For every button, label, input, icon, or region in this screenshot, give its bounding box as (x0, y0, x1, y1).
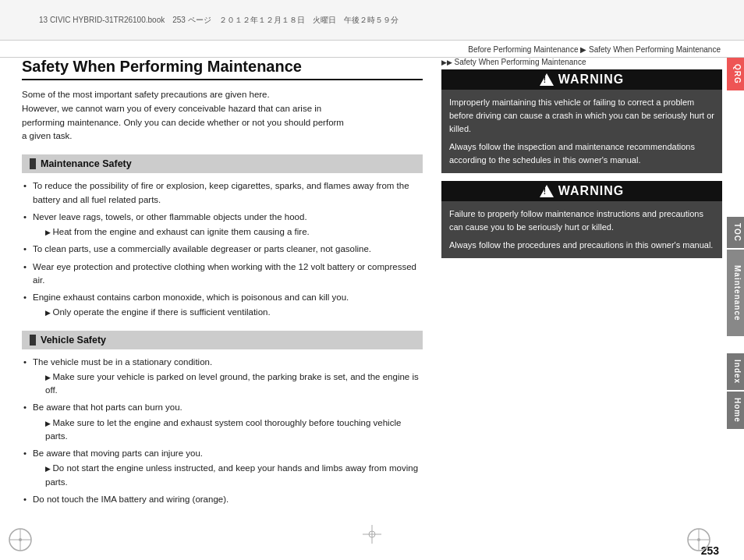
sub-item: Make sure to let the engine and exhaust … (33, 416, 423, 444)
tab-home[interactable]: Home (727, 392, 744, 429)
right-qrg-label: Safety When Performing Maintenance (441, 58, 722, 66)
vehicle-safety-list: The vehicle must be in a stationary cond… (22, 356, 423, 507)
svg-point-12 (19, 538, 22, 541)
side-tabs: QRG TOC Maintenance Index Home (727, 58, 744, 431)
warning-triangle-icon-2 (540, 185, 554, 197)
sub-item: Only operate the engine if there is suff… (33, 306, 423, 319)
warning-header-2: WARNING (441, 181, 722, 201)
corner-bl (6, 526, 34, 554)
tab-qrg[interactable]: QRG (727, 58, 744, 90)
list-item: Do not touch the IMA battery and wiring … (22, 493, 423, 506)
page-outer: 13 CIVIC HYBRID-31TR26100.book 253 ページ ２… (0, 0, 744, 560)
list-item: The vehicle must be in a stationary cond… (22, 356, 423, 398)
svg-point-16 (697, 538, 700, 541)
intro-text: Some of the most important safety precau… (22, 88, 423, 144)
tab-maintenance[interactable]: Maintenance (727, 250, 744, 337)
sub-item: Do not start the engine unless instructe… (33, 462, 423, 489)
list-item: Engine exhaust contains carbon monoxide,… (22, 291, 423, 320)
main-content: Safety When Performing Maintenance Some … (22, 58, 722, 538)
list-item: Be aware that moving parts can injure yo… (22, 447, 423, 489)
tab-index[interactable]: Index (727, 353, 744, 390)
right-column: Safety When Performing Maintenance WARNI… (435, 58, 722, 538)
maintenance-safety-list: To reduce the possibility of fire or exp… (22, 179, 423, 319)
top-strip: 13 CIVIC HYBRID-31TR26100.book 253 ページ ２… (0, 0, 744, 41)
top-strip-text: 13 CIVIC HYBRID-31TR26100.book 253 ページ ２… (39, 15, 399, 26)
page-title: Safety When Performing Maintenance (22, 58, 423, 80)
list-item: To clean parts, use a commercially avail… (22, 243, 423, 256)
warning-header-1: WARNING (441, 69, 722, 90)
sub-item: Heat from the engine and exhaust can ign… (33, 225, 423, 239)
sub-item: Make sure your vehicle is parked on leve… (33, 370, 423, 398)
breadcrumb-arrow: ▶ (580, 45, 589, 54)
corner-br (685, 526, 713, 554)
warning-box-1: WARNING Improperly maintaining this vehi… (441, 69, 722, 173)
warning-triangle-icon (540, 73, 554, 86)
vehicle-safety-header: Vehicle Safety (22, 331, 423, 349)
warning-body-2: Failure to properly follow maintenance i… (441, 201, 722, 258)
breadcrumb-part1: Before Performing Maintenance (468, 45, 578, 54)
nav-breadcrumb: Before Performing Maintenance ▶ Safety W… (0, 42, 744, 58)
warning-body-1: Improperly maintaining this vehicle or f… (441, 90, 722, 173)
warning-box-2: WARNING Failure to properly follow maint… (441, 181, 722, 258)
tab-toc[interactable]: TOC (727, 217, 744, 248)
list-item: To reduce the possibility of fire or exp… (22, 179, 423, 207)
list-item: Be aware that hot parts can burn you. Ma… (22, 401, 423, 443)
left-column: Safety When Performing Maintenance Some … (22, 58, 435, 538)
bottom-crosshair (363, 525, 381, 546)
list-item: Wear eye protection and protective cloth… (22, 261, 423, 288)
list-item: Never leave rags, towels, or other flamm… (22, 211, 423, 239)
maintenance-safety-header: Maintenance Safety (22, 154, 423, 173)
breadcrumb-part2: Safety When Performing Maintenance (589, 45, 721, 54)
